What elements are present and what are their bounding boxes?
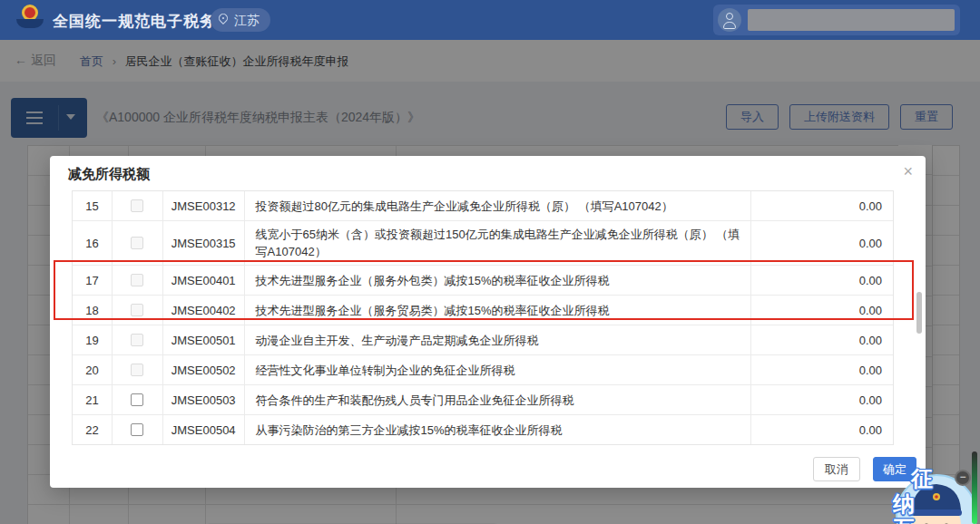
row-value: 0.00: [751, 221, 893, 265]
row-checkbox: [131, 304, 143, 316]
row-description: 技术先进型服务企业（服务外包类）减按15%的税率征收企业所得税: [245, 266, 752, 295]
row-number: 16: [73, 221, 113, 265]
cancel-button[interactable]: 取消: [813, 457, 860, 481]
row-value: 0.00: [751, 355, 893, 384]
row-value: 0.00: [751, 415, 893, 444]
row-checkbox-cell: [113, 325, 163, 354]
logo-wing: [16, 19, 44, 28]
row-checkbox-cell: [113, 266, 163, 295]
table-row: 20JMSE00502经营性文化事业单位转制为企业的免征企业所得税0.00: [73, 355, 893, 385]
table-row: 15JMSE00312投资额超过80亿元的集成电路生产企业减免企业所得税（原） …: [73, 191, 893, 221]
row-checkbox-cell: [113, 355, 163, 384]
table-row: 18JMSE00402技术先进型服务企业（服务贸易类）减按15%的税率征收企业所…: [73, 296, 893, 325]
mascot-caption-char: 互: [894, 514, 916, 524]
row-number: 21: [73, 385, 113, 414]
row-checkbox-cell: [113, 385, 163, 414]
row-checkbox-cell: [113, 191, 163, 220]
region-label: 江苏: [234, 13, 260, 27]
side-indicator-bar: [972, 451, 977, 524]
row-code: JMSE00401: [163, 266, 245, 295]
modal-title: 减免所得税额: [68, 166, 150, 183]
row-code: JMSE00501: [163, 325, 245, 354]
row-description: 动漫企业自主开发、生产动漫产品定期减免企业所得税: [245, 325, 752, 354]
table-row: 17JMSE00401技术先进型服务企业（服务外包类）减按15%的税率征收企业所…: [73, 266, 893, 296]
row-description: 从事污染防治的第三方企业减按15%的税率征收企业所得税: [245, 415, 752, 444]
row-value: 0.00: [751, 296, 893, 325]
row-value: 0.00: [751, 266, 893, 295]
modal-scrollbar-thumb[interactable]: [916, 292, 922, 334]
table-row: 22JMSE00504从事污染防治的第三方企业减按15%的税率征收企业所得税0.…: [73, 415, 893, 445]
row-number: 22: [73, 415, 113, 444]
row-description: 技术先进型服务企业（服务贸易类）减按15%的税率征收企业所得税: [245, 296, 752, 325]
row-code: JMSE00504: [163, 415, 245, 444]
table-row: 19JMSE00501动漫企业自主开发、生产动漫产品定期减免企业所得税0.00: [73, 325, 893, 355]
row-checkbox: [131, 274, 143, 286]
redacted-username: [748, 9, 955, 31]
app-screen: 全国统一规范电子税务局 江苏 ← 返回 首页 › 居民企业（查账征收）企业所得税…: [0, 0, 980, 524]
row-checkbox-cell: [113, 415, 163, 444]
row-number: 15: [73, 191, 113, 220]
tax-reduction-modal: 减免所得税额 × 15JMSE00312投资额超过80亿元的集成电路生产企业减免…: [50, 156, 926, 488]
row-checkbox[interactable]: [131, 393, 143, 406]
row-checkbox: [131, 199, 143, 212]
table-row: 16JMSE00315线宽小于65纳米（含）或投资额超过150亿元的集成电路生产…: [73, 221, 893, 266]
row-checkbox: [131, 237, 143, 249]
row-checkbox-cell: [113, 296, 163, 325]
modal-table-body: 15JMSE00312投资额超过80亿元的集成电路生产企业减免企业所得税（原） …: [72, 190, 894, 445]
row-description: 符合条件的生产和装配伤残人员专门用品企业免征企业所得税: [245, 385, 752, 414]
row-checkbox: [131, 364, 143, 376]
row-checkbox: [131, 334, 143, 346]
row-checkbox[interactable]: [131, 423, 143, 436]
row-code: JMSE00402: [163, 296, 245, 325]
region-badge[interactable]: 江苏: [211, 8, 270, 32]
row-code: JMSE00315: [163, 221, 245, 265]
tax-bureau-logo-icon: [15, 4, 45, 36]
row-number: 18: [73, 296, 113, 325]
top-header-bar: 全国统一规范电子税务局 江苏: [0, 0, 980, 40]
row-number: 17: [73, 266, 113, 295]
row-code: JMSE00312: [163, 191, 245, 220]
row-description: 线宽小于65纳米（含）或投资额超过150亿元的集成电路生产企业减免企业所得税（原…: [245, 221, 752, 265]
user-avatar-icon: [718, 8, 741, 32]
table-row: 21JMSE00503符合条件的生产和装配伤残人员专门用品企业免征企业所得税0.…: [73, 385, 893, 415]
row-checkbox-cell: [113, 221, 163, 265]
row-value: 0.00: [751, 191, 893, 220]
row-number: 19: [73, 325, 113, 354]
close-icon[interactable]: ×: [903, 163, 913, 180]
user-account-chip[interactable]: [713, 5, 960, 35]
row-value: 0.00: [751, 325, 893, 354]
row-number: 20: [73, 355, 113, 384]
row-description: 投资额超过80亿元的集成电路生产企业减免企业所得税（原） （填写A107042）: [245, 191, 752, 220]
site-title: 全国统一规范电子税务局: [53, 11, 232, 32]
minimize-widget-button[interactable]: −: [955, 470, 971, 486]
row-code: JMSE00502: [163, 355, 245, 384]
row-description: 经营性文化事业单位转制为企业的免征企业所得税: [245, 355, 752, 384]
row-code: JMSE00503: [163, 385, 245, 414]
location-pin-icon: [217, 12, 230, 24]
row-value: 0.00: [751, 385, 893, 414]
